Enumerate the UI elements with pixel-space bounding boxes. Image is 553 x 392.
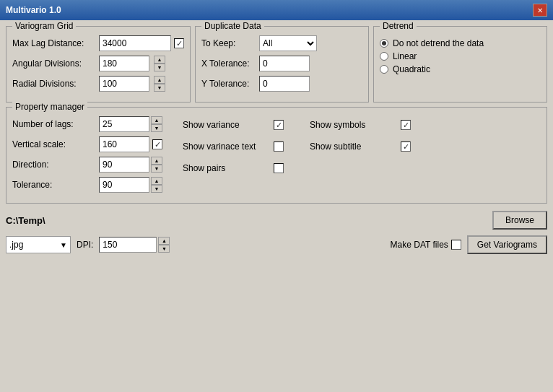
- show-subtitle-row: Show subtitle: [310, 138, 425, 155]
- detrend-radio-3[interactable]: [380, 65, 388, 74]
- duplicate-data-group: Duplicate Data To Keep: All X Tolerance:…: [195, 26, 369, 103]
- duplicate-data-label: Duplicate Data: [201, 21, 264, 31]
- close-button[interactable]: ✕: [533, 4, 547, 17]
- dpi-input[interactable]: [99, 237, 157, 253]
- radial-divisions-row: Radial Divisions: ▲ ▼: [12, 76, 184, 92]
- angular-spin-up[interactable]: ▲: [154, 56, 165, 64]
- main-content: Variogram Grid Max Lag Distance: Angular…: [0, 20, 553, 392]
- radial-spin-up[interactable]: ▲: [154, 76, 165, 84]
- show-subtitle-checkbox[interactable]: [401, 141, 411, 152]
- format-dropdown-arrow: ▼: [60, 241, 67, 249]
- vert-scale-checkbox[interactable]: [152, 139, 162, 149]
- to-keep-select[interactable]: All: [259, 35, 317, 51]
- show-options-right: Show symbols Show subtitle: [310, 116, 425, 197]
- direction-spin-up[interactable]: ▲: [151, 157, 162, 165]
- show-options-left: Show variance Show varinace text Show pa…: [183, 116, 298, 197]
- show-symbols-checkbox[interactable]: [401, 120, 411, 130]
- show-pairs-checkbox[interactable]: [274, 163, 284, 173]
- variogram-grid-group: Variogram Grid Max Lag Distance: Angular…: [6, 26, 191, 103]
- variogram-grid-label: Variogram Grid: [12, 21, 76, 31]
- show-varinace-text-checkbox[interactable]: [274, 141, 284, 152]
- direction-spinner: ▲ ▼: [151, 157, 162, 173]
- property-manager-group: Property manager Number of lags: ▲ ▼ Ver…: [6, 107, 547, 204]
- radial-input-group: ▲ ▼: [99, 76, 165, 92]
- show-symbols-row: Show symbols: [310, 116, 425, 134]
- property-manager-label: Property manager: [12, 102, 87, 112]
- vert-scale-label: Vertical scale:: [12, 139, 99, 149]
- max-lag-checkbox[interactable]: [174, 38, 184, 48]
- make-dat-label: Make DAT files: [391, 240, 448, 250]
- to-keep-label: To Keep:: [201, 38, 259, 48]
- property-manager-left: Number of lags: ▲ ▼ Vertical scale: Dire…: [12, 116, 171, 197]
- detrend-radio-group: Do not detrend the data Linear Quadratic: [380, 38, 541, 74]
- x-tolerance-row: X Tolerance:: [201, 56, 362, 71]
- show-variance-checkbox[interactable]: [274, 120, 284, 130]
- y-tolerance-label: Y Tolerance:: [201, 79, 259, 89]
- y-tolerance-row: Y Tolerance:: [201, 76, 362, 92]
- dpi-label: DPI:: [77, 240, 93, 250]
- top-row: Variogram Grid Max Lag Distance: Angular…: [6, 26, 547, 103]
- make-dat-checkbox[interactable]: [451, 240, 461, 250]
- max-lag-input-group: [99, 35, 184, 51]
- app-title: Multivario 1.0: [6, 5, 61, 15]
- detrend-option1-row: Do not detrend the data: [380, 38, 541, 48]
- tolerance-spinner: ▲ ▼: [151, 177, 162, 193]
- num-lags-input[interactable]: [99, 116, 149, 132]
- detrend-label: Detrend: [380, 21, 417, 31]
- show-varinace-text-label: Show varinace text: [183, 141, 269, 152]
- angular-spin-down[interactable]: ▼: [154, 64, 165, 71]
- direction-input[interactable]: [99, 157, 149, 173]
- num-lags-label: Number of lags:: [12, 119, 99, 129]
- vert-scale-row: Vertical scale:: [12, 136, 171, 152]
- show-varinace-text-row: Show varinace text: [183, 138, 298, 155]
- format-value: .jpg: [9, 240, 23, 250]
- tolerance-spin-down[interactable]: ▼: [151, 185, 162, 193]
- radial-divisions-input[interactable]: [99, 76, 149, 92]
- detrend-group: Detrend Do not detrend the data Linear Q…: [373, 26, 547, 103]
- dpi-spin-down[interactable]: ▼: [158, 245, 170, 253]
- max-lag-label: Max Lag Distance:: [12, 38, 99, 48]
- format-select[interactable]: .jpg ▼: [6, 236, 71, 253]
- detrend-option3-label: Quadratic: [393, 64, 430, 74]
- make-dat-group: Make DAT files: [391, 240, 461, 250]
- num-lags-spinner: ▲ ▼: [151, 116, 162, 132]
- browse-button[interactable]: Browse: [492, 211, 547, 230]
- detrend-option1-label: Do not detrend the data: [393, 38, 484, 48]
- tolerance-row: Tolerance: ▲ ▼: [12, 177, 171, 193]
- get-variograms-button[interactable]: Get Variograms: [467, 235, 547, 254]
- footer-bar: .jpg ▼ DPI: ▲ ▼ Make DAT files Get Vario…: [6, 235, 547, 254]
- detrend-option2-label: Linear: [393, 51, 417, 61]
- detrend-option3-row: Quadratic: [380, 64, 541, 74]
- show-subtitle-label: Show subtitle: [310, 141, 396, 152]
- direction-spin-down[interactable]: ▼: [151, 165, 162, 173]
- dpi-spin-up[interactable]: ▲: [158, 237, 170, 245]
- show-variance-label: Show variance: [183, 120, 269, 130]
- num-lags-spin-up[interactable]: ▲: [151, 116, 162, 124]
- path-bar: C:\Temp\ Browse: [6, 211, 547, 230]
- dpi-spinner: ▲ ▼: [158, 237, 170, 253]
- vert-scale-input[interactable]: [99, 136, 149, 152]
- angular-divisions-input[interactable]: [99, 56, 149, 71]
- dpi-input-group: ▲ ▼: [99, 237, 170, 253]
- detrend-radio-2[interactable]: [380, 52, 388, 61]
- property-manager-inner: Number of lags: ▲ ▼ Vertical scale: Dire…: [12, 116, 541, 197]
- tolerance-spin-up[interactable]: ▲: [151, 177, 162, 185]
- to-keep-row: To Keep: All: [201, 35, 362, 51]
- detrend-radio-1[interactable]: [380, 39, 388, 48]
- radial-spinner: ▲ ▼: [154, 76, 165, 92]
- radial-spin-down[interactable]: ▼: [154, 84, 165, 92]
- show-pairs-row: Show pairs: [183, 160, 298, 177]
- show-symbols-label: Show symbols: [310, 120, 396, 130]
- max-lag-input[interactable]: [99, 35, 171, 51]
- detrend-option2-row: Linear: [380, 51, 541, 61]
- tolerance-input[interactable]: [99, 177, 149, 193]
- direction-row: Direction: ▲ ▼: [12, 157, 171, 173]
- direction-label: Direction:: [12, 160, 99, 170]
- tolerance-label: Tolerance:: [12, 180, 99, 190]
- show-pairs-label: Show pairs: [183, 163, 269, 173]
- max-lag-row: Max Lag Distance:: [12, 35, 184, 51]
- y-tolerance-input[interactable]: [259, 76, 310, 92]
- x-tolerance-input[interactable]: [259, 56, 310, 71]
- num-lags-spin-down[interactable]: ▼: [151, 124, 162, 132]
- show-variance-row: Show variance: [183, 116, 298, 134]
